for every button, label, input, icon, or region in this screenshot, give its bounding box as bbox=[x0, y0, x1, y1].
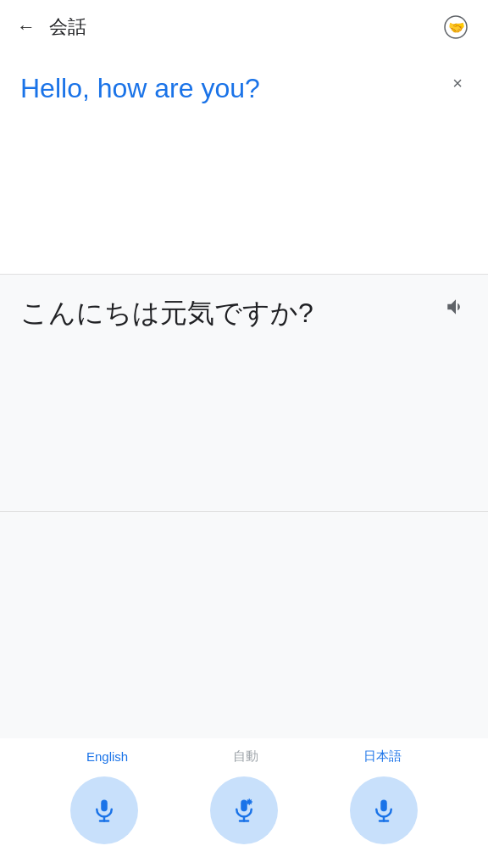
lang-english[interactable]: English bbox=[86, 749, 128, 764]
svg-rect-2 bbox=[101, 800, 108, 812]
mic-right-button[interactable] bbox=[350, 776, 418, 844]
source-panel: Hello, how are you? × bbox=[0, 54, 488, 275]
mic-left-button[interactable] bbox=[70, 776, 138, 844]
translation-text: こんにちは元気ですか? bbox=[20, 295, 468, 331]
translation-panel: こんにちは元気ですか? bbox=[0, 275, 488, 512]
spacer bbox=[0, 512, 488, 738]
bottom-controls: English 自動 日本語 bbox=[0, 738, 488, 868]
source-text: Hello, how are you? bbox=[20, 71, 468, 107]
mic-center-button[interactable] bbox=[210, 776, 278, 844]
close-button[interactable]: × bbox=[444, 70, 471, 97]
hands-icon-button[interactable]: 🤝 bbox=[441, 12, 471, 42]
lang-japanese[interactable]: 日本語 bbox=[363, 748, 402, 765]
header-left: ← 会話 bbox=[17, 14, 86, 40]
language-labels: English 自動 日本語 bbox=[0, 748, 488, 765]
svg-rect-13 bbox=[381, 800, 388, 812]
lang-auto[interactable]: 自動 bbox=[233, 748, 258, 765]
mic-buttons bbox=[0, 776, 488, 844]
back-button[interactable]: ← bbox=[17, 16, 36, 38]
page-title: 会話 bbox=[49, 14, 86, 40]
svg-text:🤝: 🤝 bbox=[448, 19, 465, 36]
header: ← 会話 🤝 bbox=[0, 0, 488, 54]
speaker-button[interactable] bbox=[441, 292, 471, 322]
